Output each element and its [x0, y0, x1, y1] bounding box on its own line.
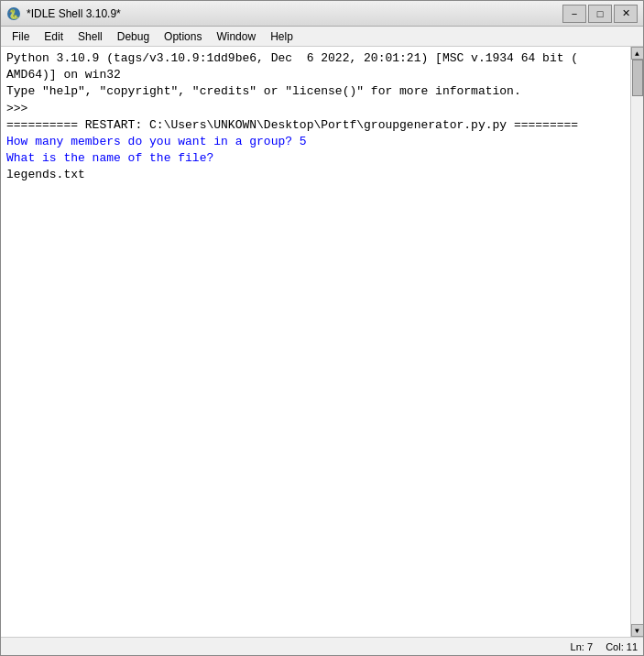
menu-options[interactable]: Options [157, 28, 209, 45]
menu-edit[interactable]: Edit [37, 28, 71, 45]
separator [596, 641, 602, 652]
user-input-line: legends.txt [6, 168, 85, 181]
app-icon: 🐍 [6, 6, 21, 21]
startup-line3: Type "help", "copyright", "credits" or "… [6, 84, 521, 98]
menu-file[interactable]: File [5, 28, 37, 45]
question1-line: How many members do you want in a group?… [6, 135, 307, 148]
window-title: *IDLE Shell 3.10.9* [27, 7, 121, 20]
scroll-down-arrow[interactable]: ▼ [631, 624, 644, 637]
status-bar: Ln: 7 Col: 11 [1, 637, 643, 655]
window-controls: − □ ✕ [562, 5, 638, 23]
title-bar: 🐍 *IDLE Shell 3.10.9* − □ ✕ [1, 1, 643, 27]
shell-area: Python 3.10.9 (tags/v3.10.9:1dd9be6, Dec… [1, 47, 643, 637]
title-bar-left: 🐍 *IDLE Shell 3.10.9* [6, 6, 121, 21]
menu-debug[interactable]: Debug [110, 28, 157, 45]
svg-text:🐍: 🐍 [8, 8, 20, 20]
menu-bar: File Edit Shell Debug Options Window Hel… [1, 27, 643, 47]
close-button[interactable]: ✕ [614, 5, 638, 23]
scroll-up-arrow[interactable]: ▲ [631, 47, 644, 60]
restart-line: ========== RESTART: C:\Users\UNKOWN\Desk… [6, 118, 578, 132]
scroll-track[interactable] [631, 60, 644, 624]
scroll-thumb[interactable] [632, 60, 643, 96]
minimize-button[interactable]: − [562, 5, 586, 23]
column-number: Col: 11 [606, 641, 638, 652]
line-number: Ln: 7 [571, 641, 593, 652]
startup-line2: AMD64)] on win32 [6, 68, 121, 82]
maximize-button[interactable]: □ [588, 5, 612, 23]
menu-help[interactable]: Help [263, 28, 300, 45]
vertical-scrollbar[interactable]: ▲ ▼ [630, 47, 643, 637]
startup-line1: Python 3.10.9 (tags/v3.10.9:1dd9be6, Dec… [6, 51, 578, 65]
menu-window[interactable]: Window [209, 28, 263, 45]
question2-line: What is the name of the file? [6, 151, 213, 165]
menu-shell[interactable]: Shell [71, 28, 110, 45]
shell-output[interactable]: Python 3.10.9 (tags/v3.10.9:1dd9be6, Dec… [1, 47, 630, 637]
status-info: Ln: 7 Col: 11 [571, 641, 638, 652]
prompt-line: >>> [6, 102, 35, 115]
main-window: 🐍 *IDLE Shell 3.10.9* − □ ✕ File Edit Sh… [0, 0, 644, 656]
